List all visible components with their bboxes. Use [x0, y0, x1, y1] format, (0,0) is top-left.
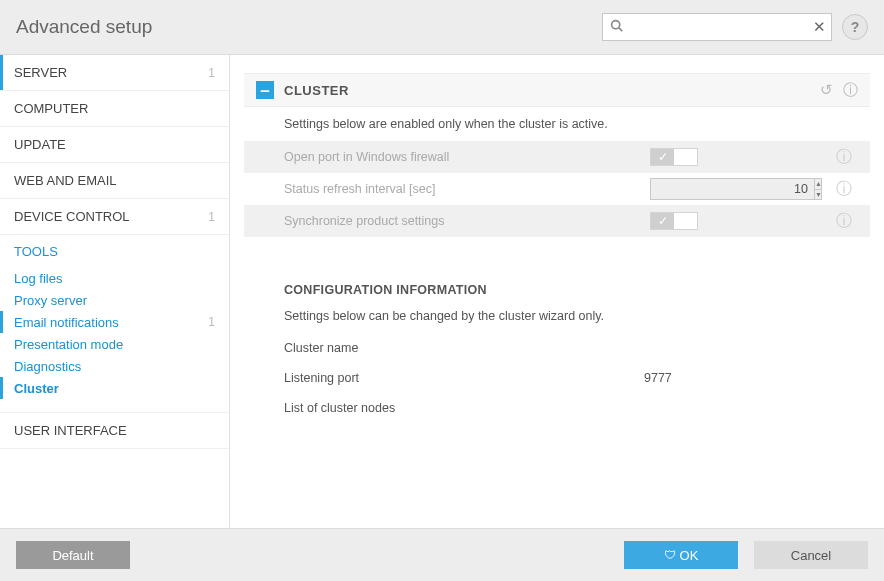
config-row-nodes: List of cluster nodes: [244, 393, 870, 423]
info-icon[interactable]: ⓘ: [830, 147, 858, 168]
cancel-button[interactable]: Cancel: [754, 541, 868, 569]
setting-label: Synchronize product settings: [284, 214, 650, 228]
panel-header: – CLUSTER ↺ ⓘ: [244, 73, 870, 107]
sidebar-item-update[interactable]: UPDATE: [0, 127, 229, 163]
config-label: Cluster name: [284, 341, 644, 355]
search-icon: [603, 19, 629, 35]
search-input[interactable]: [629, 20, 807, 35]
sidebar-item-label: Proxy server: [14, 293, 87, 308]
info-icon[interactable]: ⓘ: [843, 81, 858, 100]
sidebar-item-label: Diagnostics: [14, 359, 81, 374]
sidebar-item-computer[interactable]: COMPUTER: [0, 91, 229, 127]
sidebar-item-web-email[interactable]: WEB AND EMAIL: [0, 163, 229, 199]
search-box[interactable]: ✕: [602, 13, 832, 41]
sidebar-item-label: WEB AND EMAIL: [14, 173, 117, 188]
setting-label: Open port in Windows firewall: [284, 150, 650, 164]
sidebar-item-server[interactable]: SERVER 1: [0, 55, 229, 91]
config-section-description: Settings below can be changed by the clu…: [244, 305, 870, 333]
config-label: List of cluster nodes: [284, 401, 644, 415]
sidebar-badge: 1: [208, 315, 215, 329]
sidebar-item-label: Cluster: [14, 381, 59, 396]
check-icon: ✓: [651, 213, 674, 229]
sidebar-item-label: UPDATE: [14, 137, 66, 152]
button-label: Default: [52, 548, 93, 563]
check-icon: ✓: [651, 149, 674, 165]
sidebar-item-label: TOOLS: [14, 244, 58, 259]
config-row-cluster-name: Cluster name: [244, 333, 870, 363]
setting-row-firewall: Open port in Windows firewall ✓ ⓘ: [244, 141, 870, 173]
header-bar: Advanced setup ✕ ?: [0, 0, 884, 55]
panel-description: Settings below are enabled only when the…: [244, 107, 870, 141]
chevron-up-icon[interactable]: ▲: [815, 179, 822, 190]
config-section-title: CONFIGURATION INFORMATION: [244, 275, 870, 305]
collapse-toggle-icon[interactable]: –: [256, 81, 274, 99]
info-icon[interactable]: ⓘ: [830, 211, 858, 232]
sidebar-sub-cluster[interactable]: Cluster: [0, 377, 229, 399]
content-area: – CLUSTER ↺ ⓘ Settings below are enabled…: [230, 55, 884, 528]
sidebar-item-label: Email notifications: [14, 315, 119, 330]
refresh-interval-stepper[interactable]: ▲ ▼: [650, 178, 822, 200]
toggle-sync[interactable]: ✓: [650, 212, 698, 230]
toggle-firewall[interactable]: ✓: [650, 148, 698, 166]
sidebar-item-label: COMPUTER: [14, 101, 88, 116]
refresh-interval-input[interactable]: [651, 182, 814, 196]
page-title: Advanced setup: [16, 16, 602, 38]
sidebar-sub-proxy[interactable]: Proxy server: [0, 289, 229, 311]
sidebar-badge: 1: [208, 66, 215, 80]
help-button[interactable]: ?: [842, 14, 868, 40]
svg-point-0: [611, 21, 619, 29]
sidebar-item-label: SERVER: [14, 65, 67, 80]
sidebar-item-device-control[interactable]: DEVICE CONTROL 1: [0, 199, 229, 235]
sidebar: SERVER 1 COMPUTER UPDATE WEB AND EMAIL D…: [0, 55, 230, 528]
config-label: Listening port: [284, 371, 644, 385]
info-icon[interactable]: ⓘ: [830, 179, 858, 200]
sidebar-item-label: USER INTERFACE: [14, 423, 127, 438]
chevron-down-icon[interactable]: ▼: [815, 190, 822, 200]
sidebar-item-label: Log files: [14, 271, 62, 286]
sidebar-badge: 1: [208, 210, 215, 224]
shield-icon: 🛡: [664, 548, 676, 562]
sidebar-sub-logfiles[interactable]: Log files: [0, 267, 229, 289]
sidebar-sub-diagnostics[interactable]: Diagnostics: [0, 355, 229, 377]
setting-label: Status refresh interval [sec]: [284, 182, 650, 196]
config-value: 9777: [644, 371, 672, 385]
reset-icon[interactable]: ↺: [820, 81, 833, 100]
sidebar-sub-email[interactable]: Email notifications1: [0, 311, 229, 333]
sidebar-item-user-interface[interactable]: USER INTERFACE: [0, 413, 229, 449]
footer-bar: Default 🛡 OK Cancel: [0, 528, 884, 581]
default-button[interactable]: Default: [16, 541, 130, 569]
config-row-listening-port: Listening port 9777: [244, 363, 870, 393]
sidebar-item-tools[interactable]: TOOLS: [0, 235, 229, 267]
svg-line-1: [618, 28, 621, 31]
sidebar-sub-presentation[interactable]: Presentation mode: [0, 333, 229, 355]
setting-row-refresh: Status refresh interval [sec] ▲ ▼ ⓘ: [244, 173, 870, 205]
button-label: Cancel: [791, 548, 831, 563]
sidebar-item-label: Presentation mode: [14, 337, 123, 352]
ok-button[interactable]: 🛡 OK: [624, 541, 738, 569]
button-label: OK: [680, 548, 699, 563]
setting-row-sync: Synchronize product settings ✓ ⓘ: [244, 205, 870, 237]
panel-title: CLUSTER: [284, 83, 349, 98]
sidebar-item-label: DEVICE CONTROL: [14, 209, 130, 224]
clear-icon[interactable]: ✕: [807, 18, 831, 36]
